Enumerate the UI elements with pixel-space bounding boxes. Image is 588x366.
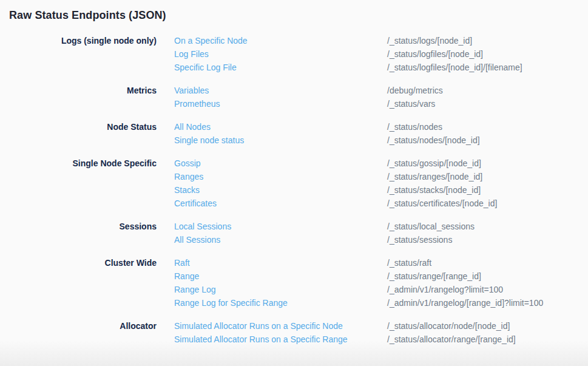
endpoint-path: /_admin/v1/rangelog?limit=100 — [387, 283, 503, 296]
endpoint-link[interactable]: Stacks — [174, 183, 387, 197]
endpoint-row: All Nodes /_status/nodes — [174, 120, 588, 134]
endpoint-row: Raft /_status/raft — [174, 256, 588, 269]
section-node-status: Node Status All Nodes /_status/nodes Sin… — [0, 120, 588, 147]
section-rows: Simulated Allocator Runs on a Specific N… — [174, 319, 588, 346]
endpoint-row: Prometheus /_status/vars — [174, 97, 588, 110]
section-rows: Gossip /_status/gossip/[node_id] Ranges … — [174, 157, 588, 210]
endpoint-link[interactable]: Specific Log File — [174, 61, 387, 74]
endpoint-path: /_status/logs/[node_id] — [387, 34, 472, 47]
category-label: Logs (single node only) — [0, 34, 157, 47]
endpoint-path: /_status/raft — [387, 256, 431, 269]
endpoint-row: Range /_status/range/[range_id] — [174, 269, 588, 283]
endpoint-path: /_status/logfiles/[node_id]/[filename] — [387, 61, 522, 74]
endpoint-path: /debug/metrics — [387, 84, 443, 97]
section-rows: Variables /debug/metrics Prometheus /_st… — [174, 84, 588, 110]
endpoint-row: Ranges /_status/ranges/[node_id] — [174, 170, 588, 183]
endpoint-path: /_status/vars — [387, 97, 435, 110]
endpoint-path: /_status/logfiles/[node_id] — [387, 47, 483, 61]
endpoint-link[interactable]: Single node status — [174, 134, 387, 147]
endpoint-path: /_status/allocator/range/[range_id] — [387, 333, 516, 346]
endpoint-path: /_status/stacks/[node_id] — [387, 183, 481, 197]
endpoint-row: Range Log /_admin/v1/rangelog?limit=100 — [174, 283, 588, 296]
section-rows: On a Specific Node /_status/logs/[node_i… — [174, 34, 588, 74]
section-single-node-specific: Single Node Specific Gossip /_status/gos… — [0, 157, 588, 210]
endpoint-row: On a Specific Node /_status/logs/[node_i… — [174, 34, 588, 47]
endpoint-row: Specific Log File /_status/logfiles/[nod… — [174, 61, 588, 74]
endpoint-link[interactable]: Local Sessions — [174, 220, 387, 233]
section-allocator: Allocator Simulated Allocator Runs on a … — [0, 319, 588, 346]
endpoint-row: Stacks /_status/stacks/[node_id] — [174, 183, 588, 197]
endpoint-link[interactable]: All Sessions — [174, 233, 387, 246]
endpoint-path: /_status/local_sessions — [387, 220, 475, 233]
endpoint-link[interactable]: On a Specific Node — [174, 34, 387, 47]
endpoint-row: Certificates /_status/certificates/[node… — [174, 197, 588, 210]
section-rows: Local Sessions /_status/local_sessions A… — [174, 220, 588, 246]
category-label: Metrics — [0, 84, 157, 97]
category-label: Allocator — [0, 319, 157, 333]
endpoint-row: Range Log for Specific Range /_admin/v1/… — [174, 296, 588, 310]
endpoint-row: Simulated Allocator Runs on a Specific R… — [174, 333, 588, 346]
category-label: Node Status — [0, 120, 157, 134]
section-logs: Logs (single node only) On a Specific No… — [0, 34, 588, 74]
raw-status-endpoints-page: Raw Status Endpoints (JSON) Logs (single… — [0, 0, 588, 346]
endpoint-row: Simulated Allocator Runs on a Specific N… — [174, 319, 588, 333]
endpoint-link[interactable]: All Nodes — [174, 120, 387, 134]
section-sessions: Sessions Local Sessions /_status/local_s… — [0, 220, 588, 246]
endpoint-row: Single node status /_status/nodes/[node_… — [174, 134, 588, 147]
category-label: Sessions — [0, 220, 157, 233]
endpoint-link[interactable]: Range — [174, 269, 387, 283]
endpoint-row: Variables /debug/metrics — [174, 84, 588, 97]
endpoint-path: /_status/sessions — [387, 233, 452, 246]
endpoint-row: Local Sessions /_status/local_sessions — [174, 220, 588, 233]
endpoint-link[interactable]: Gossip — [174, 157, 387, 170]
endpoint-link[interactable]: Certificates — [174, 197, 387, 210]
category-label: Single Node Specific — [0, 157, 157, 170]
endpoint-path: /_status/allocator/node/[node_id] — [387, 319, 510, 333]
endpoint-row: Log Files /_status/logfiles/[node_id] — [174, 47, 588, 61]
endpoint-path: /_status/range/[range_id] — [387, 269, 481, 283]
endpoint-link[interactable]: Variables — [174, 84, 387, 97]
endpoint-link[interactable]: Simulated Allocator Runs on a Specific R… — [174, 333, 387, 346]
section-cluster-wide: Cluster Wide Raft /_status/raft Range /_… — [0, 256, 588, 310]
endpoint-path: /_status/nodes — [387, 120, 442, 134]
section-rows: All Nodes /_status/nodes Single node sta… — [174, 120, 588, 147]
category-label: Cluster Wide — [0, 256, 157, 269]
endpoint-row: All Sessions /_status/sessions — [174, 233, 588, 246]
endpoint-link[interactable]: Log Files — [174, 47, 387, 61]
endpoint-path: /_status/certificates/[node_id] — [387, 197, 497, 210]
endpoint-link[interactable]: Simulated Allocator Runs on a Specific N… — [174, 319, 387, 333]
endpoint-link[interactable]: Range Log — [174, 283, 387, 296]
endpoint-row: Gossip /_status/gossip/[node_id] — [174, 157, 588, 170]
endpoint-link[interactable]: Prometheus — [174, 97, 387, 110]
endpoint-path: /_admin/v1/rangelog/[range_id]?limit=100 — [387, 296, 543, 310]
endpoint-path: /_status/gossip/[node_id] — [387, 157, 481, 170]
endpoint-link[interactable]: Range Log for Specific Range — [174, 296, 387, 310]
endpoint-link[interactable]: Ranges — [174, 170, 387, 183]
endpoint-link[interactable]: Raft — [174, 256, 387, 269]
endpoint-path: /_status/ranges/[node_id] — [387, 170, 482, 183]
section-metrics: Metrics Variables /debug/metrics Prometh… — [0, 84, 588, 110]
section-rows: Raft /_status/raft Range /_status/range/… — [174, 256, 588, 310]
endpoint-path: /_status/nodes/[node_id] — [387, 134, 480, 147]
page-title: Raw Status Endpoints (JSON) — [9, 8, 588, 22]
